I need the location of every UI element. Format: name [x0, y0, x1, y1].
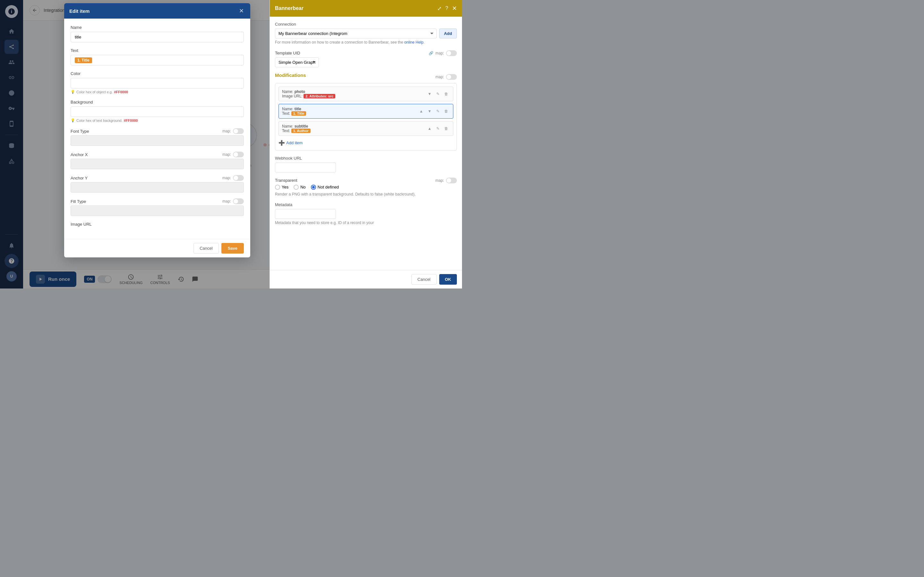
- font-type-mini-toggle[interactable]: [233, 128, 244, 134]
- radio-not-defined-label: Not defined: [318, 185, 339, 189]
- mod-title-delete-btn[interactable]: 🗑: [443, 108, 450, 115]
- mod-subtitle-delete-btn[interactable]: 🗑: [443, 125, 450, 132]
- modal-fill-type-field: Fill Type map:: [71, 198, 244, 216]
- mod-title-up-btn[interactable]: ▲: [418, 108, 425, 115]
- transparent-yes[interactable]: Yes: [275, 185, 288, 190]
- transparent-section: Transparent map: Yes No Not defined: [275, 177, 457, 197]
- connection-select[interactable]: My Bannerbear connection (Integrom: [275, 29, 437, 39]
- modifications-map-mini-toggle[interactable]: [446, 74, 457, 80]
- modal-background-input[interactable]: [71, 106, 244, 117]
- transparent-not-defined[interactable]: Not defined: [311, 185, 339, 190]
- modal-background-field: Background 💡 Color hex of text backgroun…: [71, 100, 244, 122]
- anchor-y-map-toggle: map:: [222, 175, 244, 181]
- mod-item-subtitle: Name: subtitle Text: 1. Author ▲ ✎ 🗑: [278, 121, 453, 136]
- anchor-y-mini-toggle[interactable]: [233, 175, 244, 181]
- template-uid-header: Template UID 🔗 map:: [275, 50, 457, 56]
- metadata-help: Metadata that you need to store e.g. ID …: [275, 220, 457, 226]
- font-type-header: Font Type map:: [71, 128, 244, 134]
- background-example: #FF0000: [124, 119, 138, 122]
- color-hint-text: Color hex of object e.g.: [76, 90, 113, 94]
- mod-photo-down-btn[interactable]: ▼: [426, 90, 433, 97]
- modal-fill-type-select[interactable]: [71, 205, 244, 216]
- panel-header-actions: ⤢ ? ✕: [437, 5, 457, 12]
- add-item-button[interactable]: ➕ Add item: [278, 139, 302, 147]
- expand-icon[interactable]: ⤢: [437, 5, 441, 11]
- transparent-radio-group: Yes No Not defined: [275, 185, 457, 190]
- modal-text-label: Text: [71, 48, 244, 53]
- mod-photo-edit-btn[interactable]: ✎: [435, 90, 441, 97]
- mod-title-field-label: Text: 1. Title: [282, 111, 306, 116]
- modal-color-hint: 💡 Color hex of object e.g. #FF0000: [71, 90, 244, 94]
- bannerbear-panel-title: Bannerbear: [275, 5, 304, 11]
- transparent-map-toggle: map:: [435, 177, 457, 183]
- anchor-x-mini-toggle[interactable]: [233, 152, 244, 157]
- mod-photo-actions: ▼ ✎ 🗑: [426, 90, 450, 97]
- mod-title-down-btn[interactable]: ▼: [426, 108, 433, 115]
- modal-cancel-button[interactable]: Cancel: [194, 243, 218, 253]
- modal-color-input[interactable]: [71, 78, 244, 89]
- modal-anchor-x-select[interactable]: [71, 159, 244, 169]
- mod-subtitle-field-label: Text: 1. Author: [282, 129, 310, 133]
- mod-item-title: Name: title Text: 1. Title ▲ ▼ ✎ 🗑: [278, 104, 453, 119]
- color-example: #FF0000: [114, 90, 128, 94]
- metadata-section: Metadata Metadata that you need to store…: [275, 202, 457, 226]
- mod-item-photo: Name: photo Image URL: 2. Attributes: sr…: [278, 87, 453, 101]
- mod-subtitle-edit-btn[interactable]: ✎: [435, 125, 441, 132]
- mod-photo-delete-btn[interactable]: 🗑: [443, 90, 450, 97]
- mod-item-title-content: Name: title Text: 1. Title: [282, 107, 306, 116]
- modal-body: Name Text 1. Title Color 💡 Color hex of …: [64, 19, 250, 239]
- panel-cancel-button[interactable]: Cancel: [411, 274, 436, 285]
- template-map-mini-toggle[interactable]: [446, 50, 457, 56]
- add-connection-button[interactable]: Add: [439, 29, 457, 39]
- panel-ok-button[interactable]: OK: [439, 274, 457, 285]
- webhook-input[interactable]: [275, 163, 336, 172]
- mod-item-subtitle-content: Name: subtitle Text: 1. Author: [282, 124, 310, 133]
- online-help-link[interactable]: online Help: [404, 40, 423, 45]
- modal-title: Edit item: [69, 8, 89, 14]
- mod-subtitle-up-btn[interactable]: ▲: [426, 125, 433, 132]
- radio-no-circle: [294, 185, 299, 190]
- modal-name-input[interactable]: [71, 32, 244, 42]
- mod-item-photo-content: Name: photo Image URL: 2. Attributes: sr…: [282, 89, 335, 98]
- modifications-map-toggle: map:: [435, 74, 457, 80]
- radio-not-defined-circle: [311, 185, 316, 190]
- close-panel-icon[interactable]: ✕: [452, 5, 457, 12]
- modal-text-badge: 1. Title: [75, 57, 92, 63]
- modal-font-type-select[interactable]: [71, 135, 244, 146]
- mod-item-subtitle-row: Name: subtitle Text: 1. Author ▲ ✎ 🗑: [282, 124, 450, 133]
- modal-font-type-label: Font Type: [71, 129, 220, 134]
- template-uid-select[interactable]: Simple Open Graph: [275, 57, 319, 67]
- template-uid-section: Template UID 🔗 map: Simple Open Graph: [275, 50, 457, 67]
- mod-item-title-row: Name: title Text: 1. Title ▲ ▼ ✎ 🗑: [282, 107, 450, 116]
- link-icon: 🔗: [429, 51, 433, 55]
- font-type-map-toggle: map:: [222, 128, 244, 134]
- modal-background-label: Background: [71, 100, 244, 105]
- metadata-input[interactable]: [275, 209, 336, 219]
- mod-photo-field-label: Image URL: 2. Attributes: src: [282, 94, 335, 98]
- transparent-no[interactable]: No: [294, 185, 306, 190]
- transparent-map-mini-toggle[interactable]: [446, 177, 457, 183]
- help-icon[interactable]: ?: [445, 5, 448, 11]
- modifications-list: Name: photo Image URL: 2. Attributes: sr…: [275, 83, 457, 151]
- modifications-header: Modifications map:: [275, 73, 457, 82]
- modal-close-button[interactable]: ✕: [237, 7, 245, 15]
- modal-footer: Cancel Save: [64, 239, 250, 258]
- bannerbear-panel-footer: Cancel OK: [270, 270, 462, 288]
- modal-anchor-x-label: Anchor X: [71, 152, 220, 157]
- modal-save-button[interactable]: Save: [221, 243, 244, 253]
- radio-yes-circle: [275, 185, 280, 190]
- fill-type-mini-toggle[interactable]: [233, 198, 244, 204]
- anchor-y-header: Anchor Y map:: [71, 175, 244, 181]
- modal-header: Edit item ✕: [64, 3, 250, 19]
- modal-text-field: Text 1. Title: [71, 48, 244, 65]
- add-item-label: Add item: [286, 140, 302, 145]
- modal-anchor-y-label: Anchor Y: [71, 176, 220, 181]
- modal-text-badge-wrap[interactable]: 1. Title: [71, 55, 244, 65]
- modal-fill-type-label: Fill Type: [71, 199, 220, 204]
- modal-anchor-y-select[interactable]: [71, 182, 244, 193]
- mod-title-edit-btn[interactable]: ✎: [435, 108, 441, 115]
- connection-row: My Bannerbear connection (Integrom Add: [275, 29, 457, 39]
- transparent-header: Transparent map:: [275, 177, 457, 183]
- bannerbear-panel: Bannerbear ⤢ ? ✕ Connection My Bannerbea…: [270, 0, 462, 288]
- radio-yes-label: Yes: [282, 185, 288, 189]
